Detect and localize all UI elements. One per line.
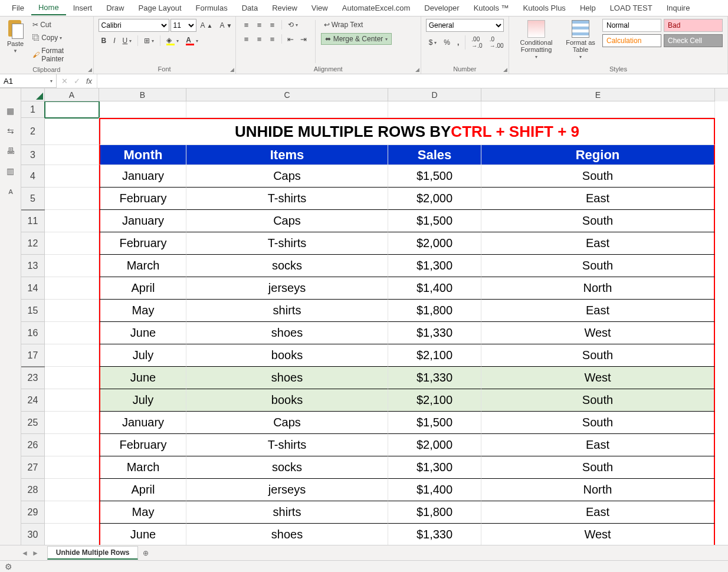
row-header[interactable]: 30 <box>21 524 45 545</box>
cell[interactable]: $1,800 <box>388 300 481 322</box>
orientation-button[interactable]: ⟲▾ <box>285 19 301 31</box>
ribbon-tab[interactable]: Inquire <box>660 1 697 15</box>
cell[interactable] <box>45 479 99 501</box>
increase-font-button[interactable]: A▲ <box>198 19 216 31</box>
cell[interactable]: shoes <box>186 367 388 389</box>
dialog-launcher-icon[interactable]: ◢ <box>230 67 234 73</box>
row-header[interactable]: 24 <box>21 389 45 412</box>
decrease-font-button[interactable]: A▼ <box>217 19 235 31</box>
ribbon-tab[interactable]: Formulas <box>189 1 235 15</box>
row-header[interactable]: 14 <box>21 277 45 300</box>
row-header[interactable]: 16 <box>21 322 45 344</box>
cell[interactable]: April <box>99 479 186 501</box>
align-bottom-button[interactable]: ≡ <box>267 19 278 31</box>
cell[interactable]: West <box>481 524 715 545</box>
cell[interactable]: books <box>186 389 388 412</box>
cell[interactable]: June <box>99 524 186 545</box>
side-icon[interactable]: ▦ <box>6 106 14 116</box>
cell[interactable] <box>481 101 715 118</box>
cancel-icon[interactable]: ✕ <box>61 77 68 86</box>
cell[interactable]: East <box>481 232 715 255</box>
cell[interactable]: February <box>99 232 186 255</box>
cell[interactable] <box>99 101 186 118</box>
fx-icon[interactable]: fx <box>86 77 92 86</box>
cell[interactable]: $1,330 <box>388 524 481 545</box>
cell[interactable]: shirts <box>186 300 388 322</box>
increase-decimal-button[interactable]: .00→.0 <box>468 34 485 51</box>
ribbon-tab[interactable]: AutomateExcel.com <box>335 1 418 15</box>
sheet-nav-next[interactable]: ► <box>32 549 39 557</box>
cell[interactable] <box>45 412 99 434</box>
select-all-corner[interactable] <box>21 88 45 101</box>
cell[interactable]: Caps <box>186 165 388 188</box>
cell[interactable]: Caps <box>186 210 388 232</box>
cell[interactable] <box>45 322 99 344</box>
cell[interactable]: South <box>481 456 715 479</box>
align-right-button[interactable]: ≡ <box>267 33 278 45</box>
ribbon-tab[interactable]: Data <box>235 1 265 15</box>
side-icon[interactable]: 🖶 <box>6 146 15 156</box>
format-painter-button[interactable]: 🖌Format Painter <box>29 45 88 65</box>
cell[interactable]: T-shirts <box>186 232 388 255</box>
cell[interactable] <box>45 456 99 479</box>
cell-styles-gallery[interactable]: Normal Bad Calculation Check Cell <box>602 19 723 47</box>
cell[interactable] <box>45 232 99 255</box>
cell[interactable] <box>388 101 481 118</box>
cell[interactable]: May <box>99 300 186 322</box>
cell[interactable]: $2,000 <box>388 188 481 210</box>
cell[interactable]: West <box>481 322 715 344</box>
style-bad[interactable]: Bad <box>664 19 723 32</box>
title-cell[interactable]: UNHIDE MULTIPLE ROWS BY CTRL + SHIFT + 9 <box>99 118 715 145</box>
row-header[interactable]: 13 <box>21 255 45 277</box>
cell[interactable]: June <box>99 322 186 344</box>
cell[interactable] <box>45 344 99 367</box>
comma-format-button[interactable]: , <box>454 37 462 48</box>
row-header[interactable]: 23 <box>21 367 45 389</box>
underline-button[interactable]: U▾ <box>120 35 135 47</box>
cell[interactable]: South <box>481 210 715 232</box>
gear-icon[interactable]: ⚙ <box>5 562 12 571</box>
row-header[interactable]: 17 <box>21 344 45 367</box>
ribbon-tab[interactable]: LOAD TEST <box>603 1 660 15</box>
cell[interactable]: January <box>99 412 186 434</box>
cell[interactable]: $1,300 <box>388 255 481 277</box>
borders-button[interactable]: ⊞▾ <box>141 35 157 47</box>
row-header[interactable]: 25 <box>21 412 45 434</box>
cell[interactable] <box>45 389 99 412</box>
cell[interactable]: East <box>481 188 715 210</box>
cell[interactable]: T-shirts <box>186 434 388 456</box>
row-header[interactable]: 28 <box>21 479 45 501</box>
cell[interactable]: May <box>99 501 186 524</box>
ribbon-tab[interactable]: Developer <box>417 1 466 15</box>
dialog-launcher-icon[interactable]: ◢ <box>88 67 92 73</box>
col-header[interactable]: E <box>481 88 715 101</box>
number-format-combo[interactable]: General <box>426 19 504 32</box>
ribbon-tab[interactable]: Review <box>265 1 304 15</box>
cell[interactable]: $1,330 <box>388 322 481 344</box>
cell[interactable] <box>45 277 99 300</box>
cell[interactable] <box>45 101 99 118</box>
cell[interactable] <box>186 101 388 118</box>
row-header[interactable]: 27 <box>21 456 45 479</box>
cell[interactable]: $1,400 <box>388 277 481 300</box>
cell[interactable]: February <box>99 188 186 210</box>
cell[interactable] <box>45 434 99 456</box>
cell[interactable]: South <box>481 344 715 367</box>
format-as-table-button[interactable]: Format as Table▾ <box>562 19 599 61</box>
cell[interactable]: March <box>99 255 186 277</box>
row-header[interactable]: 29 <box>21 501 45 524</box>
ribbon-tab[interactable]: Home <box>31 1 66 15</box>
cell[interactable]: Sales <box>388 145 481 165</box>
cell[interactable]: socks <box>186 456 388 479</box>
cell[interactable]: June <box>99 367 186 389</box>
enter-icon[interactable]: ✓ <box>74 77 80 86</box>
font-name-combo[interactable]: Calibri <box>99 19 169 32</box>
dialog-launcher-icon[interactable]: ◢ <box>415 67 419 73</box>
dialog-launcher-icon[interactable]: ◢ <box>503 67 507 73</box>
accounting-format-button[interactable]: $▾ <box>426 37 440 48</box>
align-left-button[interactable]: ≡ <box>241 33 252 45</box>
cell[interactable] <box>45 255 99 277</box>
cell[interactable]: South <box>481 165 715 188</box>
row-header[interactable]: 26 <box>21 434 45 456</box>
side-icon[interactable]: ᴀ <box>8 186 13 196</box>
